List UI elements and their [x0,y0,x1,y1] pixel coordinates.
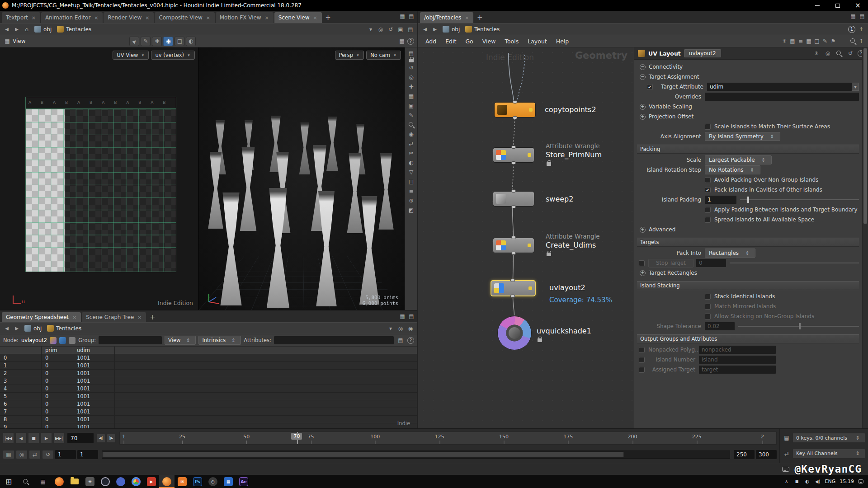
tab-geometry-spreadsheet[interactable]: Geometry Spreadsheet [2,312,81,322]
zoom-icon[interactable] [407,121,415,129]
parameter-scrollbar[interactable] [862,47,868,428]
target-attribute-checkbox[interactable] [647,84,653,90]
normals-icon[interactable] [407,168,415,176]
intrinsics-dropdown[interactable]: Intrinsics [198,336,241,345]
gear-icon[interactable] [812,49,821,57]
axis-alignment-dropdown[interactable]: By Island Symmetry [705,132,780,141]
snapshot-icon[interactable] [396,25,405,33]
close-tab-icon[interactable] [72,315,77,320]
network-editor[interactable]: Indie Edition Geometry copytopoints2 [418,47,634,428]
close-button[interactable] [848,0,868,11]
grid-display-icon[interactable] [407,92,415,100]
tab-textport[interactable]: Textport [2,12,40,23]
menu-help[interactable]: Help [552,38,574,45]
annotate-icon[interactable] [407,111,415,119]
layout-icon[interactable] [398,37,406,45]
target-attribute-input[interactable]: udim [707,83,852,91]
playback-range-bar[interactable] [103,452,623,457]
options-icon[interactable] [69,337,75,344]
minimize-button[interactable] [807,0,827,11]
close-tab-icon[interactable] [313,15,318,20]
pane-layout-icon[interactable] [398,12,406,20]
language-indicator[interactable]: ENG [825,479,836,484]
pane-layout-icon[interactable] [398,312,406,320]
section-label[interactable]: Target Assignment [649,74,699,80]
clock-taskbar-icon[interactable]: ◷ [205,475,221,488]
dopnet-toggle-icon[interactable] [29,450,41,459]
add-view-icon[interactable] [407,83,415,91]
aftereffects-taskbar-icon[interactable]: Ae [236,475,251,488]
view-layout-icon[interactable] [407,49,415,57]
proxy-badge[interactable]: 1 [848,26,855,33]
notes-taskbar-icon[interactable]: ▦ [221,475,236,488]
current-frame-input[interactable]: 70 [67,433,94,443]
tab-render-view[interactable]: Render View [104,12,154,23]
play-button[interactable]: ▶ [41,432,52,444]
menu-edit[interactable]: Edit [441,38,461,45]
keys-summary-dropdown[interactable]: 0 keys, 0/0 channels [793,433,865,443]
pane-layout-icon[interactable] [849,12,857,20]
view-tool-button[interactable] [163,37,173,46]
spread-islands-checkbox[interactable] [705,217,711,223]
snap-tool-button[interactable] [175,37,184,46]
audio-toggle-icon[interactable] [16,450,28,459]
add-tab-button[interactable] [323,12,334,23]
backface-icon[interactable] [407,206,415,214]
search-icon[interactable] [849,37,857,45]
attributes-input[interactable] [274,336,394,344]
expand-icon[interactable]: + [640,104,646,110]
add-tab-button[interactable] [147,312,158,322]
playback-range-slider[interactable] [102,450,730,459]
island-padding-input[interactable]: 1 [705,196,736,204]
expand-icon[interactable]: + [640,227,646,233]
rotation-step-dropdown[interactable]: No Rotations [705,165,760,174]
cavities-checkbox[interactable] [705,187,711,193]
menu-tools[interactable]: Tools [500,38,523,45]
breadcrumb-obj[interactable]: obj [441,26,462,33]
node-name[interactable]: uvlayout2 [549,283,585,292]
sync-icon[interactable] [387,25,395,33]
expand-icon[interactable]: + [640,114,646,120]
node-name-field[interactable]: uvlayout2 [684,49,721,57]
render-tool-button[interactable] [186,37,196,46]
island-padding-slider[interactable] [740,195,859,204]
tree-view-icon[interactable] [788,37,797,45]
shading-mode-icon[interactable] [407,159,415,167]
grid-snap-icon[interactable] [805,37,813,45]
section-label[interactable]: Target Rectangles [649,270,697,276]
node-uvlayout2[interactable] [491,280,536,296]
collapse-icon[interactable]: − [640,64,646,70]
overrides-input[interactable] [705,93,859,101]
realtime-toggle-icon[interactable] [3,450,14,459]
path-dropdown-icon[interactable] [367,25,375,33]
path-dropdown-icon[interactable] [387,324,395,333]
swap-view-icon[interactable] [407,140,415,148]
annotate-icon[interactable] [821,37,829,45]
nav-home-icon[interactable] [23,25,31,33]
node-name[interactable]: copytopoints2 [545,105,596,114]
close-tab-icon[interactable] [137,315,142,320]
clock[interactable]: 15:19 [840,479,854,484]
file-explorer-taskbar-icon[interactable] [67,475,82,488]
simcache-toggle-icon[interactable] [42,450,54,459]
section-label[interactable]: Variable Scaling [649,103,692,110]
close-tab-icon[interactable] [31,15,36,20]
pane-menu-icon[interactable] [407,312,415,320]
link-pane-icon[interactable] [59,337,66,344]
island-number-checkbox[interactable] [639,357,645,363]
selection-mask-icon[interactable] [407,130,415,138]
persp-dropdown[interactable]: Persp [335,51,364,60]
clip-icon[interactable] [407,149,415,157]
list-view-icon[interactable] [797,37,805,45]
pack-into-dropdown[interactable]: Rectangles [705,249,755,258]
uv-attribute-dropdown[interactable]: uv (vertex) [151,51,195,60]
breadcrumb-tentacles[interactable]: Tentacles [463,26,501,33]
tab-animation-editor[interactable]: Animation Editor [41,12,103,23]
view-dropdown[interactable]: View [165,336,196,345]
playback-range-start-input[interactable]: 1 [77,450,98,459]
close-tab-icon[interactable] [264,15,269,20]
network-icon[interactable] [804,479,811,485]
obs-taskbar-icon[interactable] [98,475,113,488]
camera-view-icon[interactable] [407,102,415,110]
node-name[interactable]: uvquickshade1 [537,327,591,335]
